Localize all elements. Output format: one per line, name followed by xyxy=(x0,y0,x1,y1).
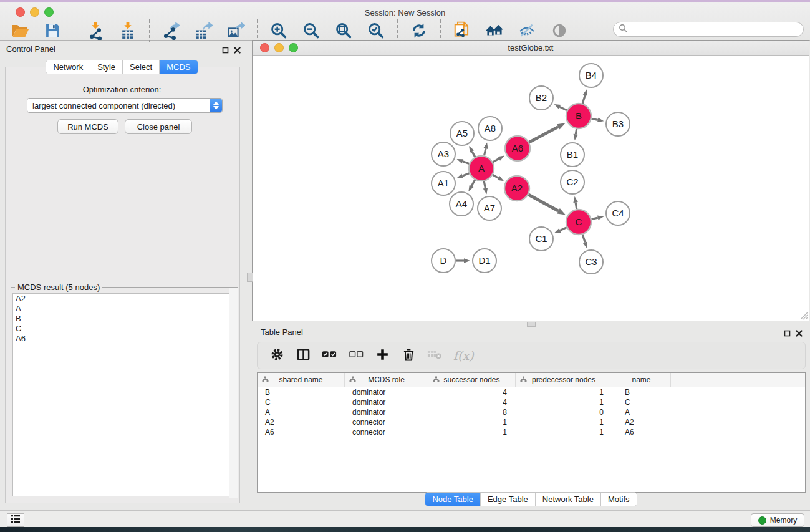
show-graphics-details-icon[interactable] xyxy=(549,21,569,41)
search-input[interactable] xyxy=(630,24,803,35)
float-panel-icon[interactable] xyxy=(784,328,791,339)
float-panel-icon[interactable] xyxy=(222,45,229,56)
graph-node-A2[interactable]: A2 xyxy=(504,176,529,201)
network-window-title: testGlobe.txt xyxy=(253,43,809,52)
table-cell: 4 xyxy=(428,388,516,397)
search-box xyxy=(613,22,804,37)
tab-mcds[interactable]: MCDS xyxy=(160,60,197,74)
svg-text:A5: A5 xyxy=(456,128,468,138)
column-header-shared-name[interactable]: shared name xyxy=(258,373,345,387)
mcds-result-title: MCDS result (5 nodes) xyxy=(15,283,102,292)
clone-network-icon[interactable] xyxy=(452,21,472,41)
horizontal-splitter-handle[interactable] xyxy=(527,322,536,327)
graph-node-C2[interactable]: C2 xyxy=(561,170,584,194)
memory-button[interactable]: Memory xyxy=(751,513,804,527)
unselect-all-icon xyxy=(349,349,364,362)
graph-node-C4[interactable]: C4 xyxy=(606,201,630,225)
svg-text:B3: B3 xyxy=(612,118,624,129)
graph-node-C1[interactable]: C1 xyxy=(529,227,553,251)
home-layout-icon[interactable] xyxy=(485,21,504,41)
export-image-icon[interactable] xyxy=(226,21,246,41)
result-item[interactable]: C xyxy=(13,324,236,334)
column-header-MCDS-role[interactable]: MCDS role xyxy=(345,373,428,387)
split-panel-button[interactable] xyxy=(296,347,311,364)
tab-network-table[interactable]: Network Table xyxy=(536,493,601,506)
tab-select[interactable]: Select xyxy=(123,60,160,74)
svg-text:D: D xyxy=(440,255,447,266)
table-row[interactable]: A6connector11A6 xyxy=(258,427,805,437)
graph-node-B4[interactable]: B4 xyxy=(579,64,603,87)
zoom-in-icon[interactable] xyxy=(269,21,289,41)
graph-node-B3[interactable]: B3 xyxy=(606,112,630,136)
zoom-selected-icon[interactable] xyxy=(366,21,386,41)
graph-node-A1[interactable]: A1 xyxy=(432,172,455,195)
graph-node-A[interactable]: A xyxy=(469,156,494,181)
graph-node-B2[interactable]: B2 xyxy=(529,86,553,110)
graph-node-A4[interactable]: A4 xyxy=(450,192,473,216)
delete-row-button[interactable] xyxy=(401,347,416,364)
table-panel-title: Table Panel xyxy=(261,327,303,337)
graph-node-C[interactable]: C xyxy=(566,210,591,235)
graph-node-C3[interactable]: C3 xyxy=(579,250,603,274)
import-table-icon[interactable] xyxy=(118,21,138,41)
result-item[interactable]: A2 xyxy=(13,294,236,304)
column-header-name[interactable]: name xyxy=(612,373,671,387)
import-network-icon[interactable] xyxy=(85,21,105,41)
close-panel-icon[interactable] xyxy=(796,328,803,339)
table-row[interactable]: Cdominator41C xyxy=(258,397,805,407)
table-cell: 0 xyxy=(516,408,612,417)
graph-node-B1[interactable]: B1 xyxy=(561,143,584,167)
zoom-out-icon[interactable] xyxy=(301,21,321,41)
hierarchy-icon xyxy=(349,376,356,385)
criterion-select[interactable]: largest connected component (directed) xyxy=(27,98,223,113)
close-panel-button[interactable]: Close panel xyxy=(125,119,192,134)
export-table-icon[interactable] xyxy=(193,21,213,41)
network-canvas[interactable]: B4B2BB3A8A5A6A3B1AC2A1A2A4A7C4CC1DD1C3 xyxy=(253,56,809,321)
result-item[interactable]: A6 xyxy=(13,334,236,344)
graph-node-B[interactable]: B xyxy=(566,104,591,128)
table-row[interactable]: A2connector11A2 xyxy=(258,417,805,427)
table-cell: A xyxy=(258,408,345,417)
graph-node-A8[interactable]: A8 xyxy=(478,117,502,140)
resize-grip-icon[interactable] xyxy=(798,310,808,320)
open-session-icon[interactable] xyxy=(10,21,30,41)
table-cell: C xyxy=(612,398,671,407)
refresh-network-icon[interactable] xyxy=(409,21,429,41)
table-cell: connector xyxy=(345,428,428,437)
zoom-fit-icon[interactable] xyxy=(334,21,354,41)
graph-node-D[interactable]: D xyxy=(432,249,455,273)
tab-motifs[interactable]: Motifs xyxy=(601,493,637,506)
graph-node-D1[interactable]: D1 xyxy=(473,249,496,273)
select-all-button[interactable] xyxy=(322,347,337,364)
table-settings-button[interactable] xyxy=(269,347,284,364)
tab-style[interactable]: Style xyxy=(90,60,123,74)
result-item[interactable]: A xyxy=(13,304,236,314)
svg-text:B: B xyxy=(576,110,582,121)
network-window-titlebar: testGlobe.txt xyxy=(253,41,809,56)
run-mcds-button[interactable]: Run MCDS xyxy=(57,119,118,134)
vertical-splitter-handle[interactable] xyxy=(247,273,253,282)
add-row-button[interactable] xyxy=(375,347,390,364)
graph-node-A3[interactable]: A3 xyxy=(432,142,455,166)
table-row[interactable]: Adominator80A xyxy=(258,407,805,417)
show-panels-list-button[interactable] xyxy=(7,513,24,527)
hide-graphics-details-icon[interactable] xyxy=(517,21,537,41)
tab-network[interactable]: Network xyxy=(46,60,90,74)
app-title: Session: New Session xyxy=(0,8,810,17)
graph-node-A5[interactable]: A5 xyxy=(450,122,474,145)
unselect-all-button[interactable] xyxy=(349,347,364,364)
table-cell: 1 xyxy=(428,428,516,437)
table-row[interactable]: Bdominator41B xyxy=(258,387,805,397)
tab-node-table[interactable]: Node Table xyxy=(425,493,481,506)
close-panel-icon[interactable] xyxy=(234,45,241,56)
svg-text:C1: C1 xyxy=(535,233,547,244)
result-item[interactable]: B xyxy=(13,314,236,324)
graph-node-A7[interactable]: A7 xyxy=(478,196,501,220)
export-network-icon[interactable] xyxy=(161,21,181,41)
tab-edge-table[interactable]: Edge Table xyxy=(481,493,536,506)
result-scrollbar[interactable] xyxy=(229,288,238,498)
save-session-icon[interactable] xyxy=(42,21,62,41)
graph-node-A6[interactable]: A6 xyxy=(505,136,530,161)
column-header-successor-nodes[interactable]: successor nodes xyxy=(428,373,516,387)
column-header-predecessor-nodes[interactable]: predecessor nodes xyxy=(516,373,612,387)
